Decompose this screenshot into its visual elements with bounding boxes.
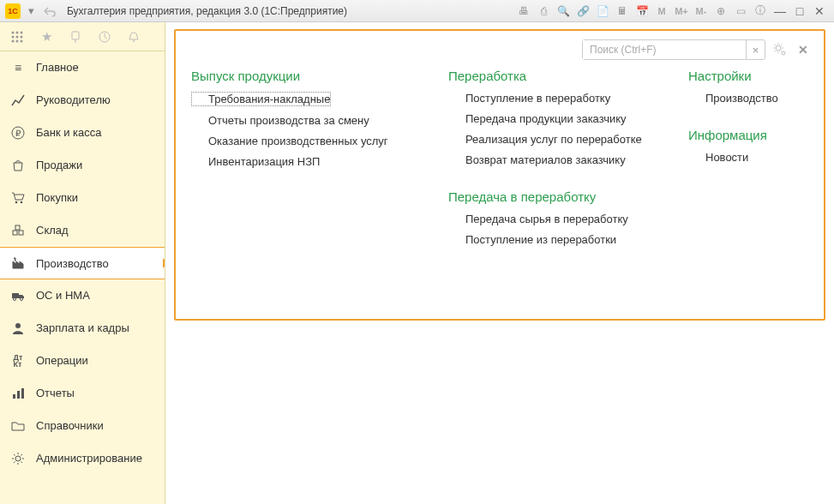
sidebar-item-main[interactable]: ≡ Главное	[0, 51, 165, 84]
svg-rect-24	[13, 394, 15, 399]
link-receipt-processing[interactable]: Поступление в переработку	[448, 92, 654, 105]
link-production-settings[interactable]: Производство	[688, 92, 808, 105]
close-window-button[interactable]: ✕	[810, 3, 829, 19]
section-heading[interactable]: Передача в переработку	[448, 189, 654, 204]
link-transfer-raw[interactable]: Передача сырья в переработку	[448, 213, 654, 225]
sidebar-item-operations[interactable]: ДтКт Операции	[0, 345, 165, 377]
sidebar-item-purchases[interactable]: Покупки	[0, 182, 165, 214]
sidebar-item-sales[interactable]: Продажи	[0, 149, 165, 182]
sidebar-item-admin[interactable]: Администрирование	[0, 442, 165, 475]
link-return-materials[interactable]: Возврат материалов заказчику	[448, 153, 654, 166]
svg-point-0	[12, 31, 15, 33]
info-icon[interactable]: ⓘ	[751, 3, 770, 19]
svg-point-2	[21, 31, 23, 33]
svg-point-15	[15, 201, 18, 203]
sidebar-item-label: ОС и НМА	[36, 289, 90, 302]
svg-point-7	[16, 39, 19, 42]
settings-gear-icon[interactable]	[772, 42, 788, 57]
sidebar-item-label: Отчеты	[36, 387, 75, 399]
svg-point-1	[16, 31, 19, 33]
link-service-sale[interactable]: Реализация услуг по переработке	[448, 133, 654, 146]
print-icon[interactable]: 🖶	[514, 3, 533, 19]
titlebar-right: 🖶 ⎙ 🔍 🔗 📄 🖩 📅 M M+ M- ⊕ ▭ ⓘ — □ ✕	[514, 3, 829, 19]
minimize-button[interactable]: —	[771, 3, 789, 19]
chart-up-icon	[10, 93, 26, 108]
link-inventory-nzp[interactable]: Инвентаризация НЗП	[191, 155, 414, 168]
sidebar-item-label: Производство	[36, 257, 109, 270]
sidebar-item-reports[interactable]: Отчеты	[0, 377, 165, 410]
doc-icon[interactable]: 📄	[593, 3, 612, 19]
star-icon[interactable]: ★	[34, 27, 58, 47]
titlebar: 1C ▾ Бухгалтерия предприятия, редакция 3…	[0, 0, 834, 22]
column-settings: Настройки Производство Информация Новост…	[688, 69, 808, 269]
section-heading[interactable]: Информация	[688, 128, 808, 142]
apps-grid-icon[interactable]	[5, 27, 29, 47]
sidebar-item-label: Руководителю	[36, 93, 111, 106]
mem-m-button[interactable]: M	[652, 3, 671, 19]
svg-point-8	[21, 39, 23, 42]
section-heading[interactable]: Настройки	[688, 69, 808, 83]
link-transfer-customer[interactable]: Передача продукции заказчику	[448, 112, 654, 125]
svg-point-23	[15, 323, 21, 328]
mem-mplus-button[interactable]: M+	[672, 3, 691, 19]
content-frame: × ✕ Выпуск продукции Требования-накладны…	[174, 29, 825, 321]
link-news[interactable]: Новости	[688, 151, 808, 164]
svg-point-12	[133, 40, 135, 42]
clock-icon[interactable]	[93, 27, 117, 47]
sidebar-item-label: Покупки	[36, 191, 78, 204]
sidebar-item-production[interactable]: Производство	[0, 247, 165, 279]
section-transfer-processing: Передача в переработку Передача сырья в …	[448, 189, 654, 254]
windows-icon[interactable]: ▭	[731, 3, 750, 19]
sidebar-item-label: Справочники	[36, 419, 104, 432]
calendar-icon[interactable]: 📅	[633, 3, 651, 19]
search-icon[interactable]: 🔍	[554, 3, 573, 19]
bell-icon[interactable]	[122, 27, 146, 47]
sidebar: ★ ≡ Главное Руководителю	[0, 22, 165, 504]
link-services[interactable]: Оказание производственных услуг	[191, 135, 414, 147]
printer2-icon[interactable]: ⎙	[534, 3, 553, 19]
svg-point-5	[21, 35, 23, 38]
svg-rect-20	[12, 293, 19, 298]
sidebar-item-bank[interactable]: ₽ Банк и касса	[0, 117, 165, 149]
sidebar-item-label: Склад	[36, 224, 69, 237]
link-requirements[interactable]: Требования-накладные	[191, 92, 331, 106]
svg-point-16	[21, 201, 23, 203]
maximize-button[interactable]: □	[790, 3, 809, 19]
sidebar-item-label: Главное	[36, 61, 79, 74]
sidebar-item-manager[interactable]: Руководителю	[0, 84, 165, 117]
svg-point-27	[15, 456, 21, 461]
link-receipt-from-processing[interactable]: Поступление из переработки	[448, 233, 654, 246]
section-heading[interactable]: Переработка	[448, 69, 654, 83]
dtk-icon: ДтКт	[10, 353, 26, 369]
history-back-icon[interactable]	[41, 3, 58, 19]
sidebar-items: ≡ Главное Руководителю ₽ Банк и касса Пр	[0, 51, 165, 504]
search-clear-button[interactable]: ×	[746, 40, 765, 59]
search-box: ×	[582, 39, 765, 60]
svg-rect-9	[72, 32, 79, 39]
link-shift-reports[interactable]: Отчеты производства за смену	[191, 114, 414, 127]
panel-close-button[interactable]: ✕	[795, 43, 812, 57]
mem-mminus-button[interactable]: M-	[692, 3, 711, 19]
calc-icon[interactable]: 🖩	[613, 3, 632, 19]
search-input[interactable]	[583, 40, 746, 59]
content-area: × ✕ Выпуск продукции Требования-накладны…	[165, 22, 834, 504]
section-heading[interactable]: Выпуск продукции	[191, 69, 414, 83]
svg-rect-26	[21, 388, 24, 399]
sidebar-item-references[interactable]: Справочники	[0, 410, 165, 442]
plus-icon[interactable]: ⊕	[711, 3, 730, 19]
pin-icon[interactable]	[63, 27, 87, 47]
factory-icon	[10, 255, 26, 271]
section-output: Выпуск продукции Требования-накладные От…	[191, 69, 414, 176]
section-processing: Переработка Поступление в переработку Пе…	[448, 69, 654, 174]
svg-point-22	[21, 297, 23, 300]
bag-icon	[10, 158, 26, 173]
svg-point-29	[782, 51, 785, 55]
dropdown-icon[interactable]: ▾	[22, 3, 39, 19]
link-icon[interactable]: 🔗	[573, 3, 592, 19]
truck-icon	[10, 288, 26, 303]
sidebar-item-salary[interactable]: Зарплата и кадры	[0, 312, 165, 345]
svg-rect-19	[15, 225, 20, 230]
sidebar-item-assets[interactable]: ОС и НМА	[0, 279, 165, 312]
sidebar-toolbar: ★	[0, 22, 165, 51]
sidebar-item-warehouse[interactable]: Склад	[0, 214, 165, 247]
